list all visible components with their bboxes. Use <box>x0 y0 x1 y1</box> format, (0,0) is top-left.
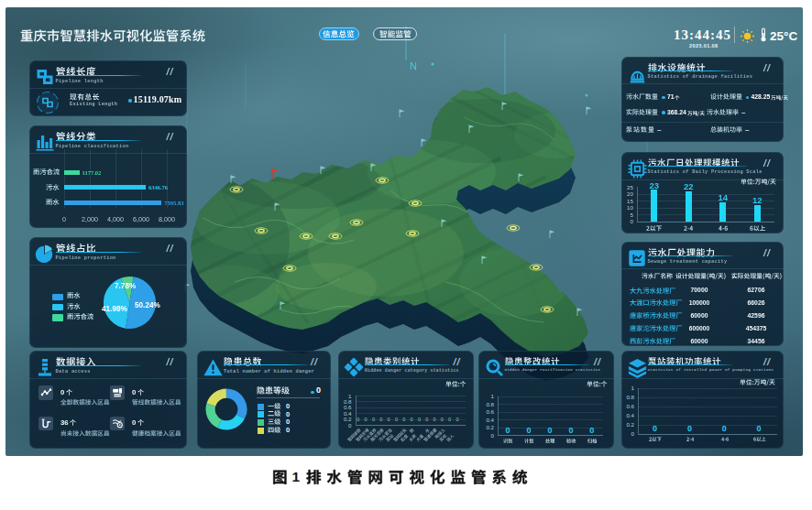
svg-text:N: N <box>410 60 417 71</box>
